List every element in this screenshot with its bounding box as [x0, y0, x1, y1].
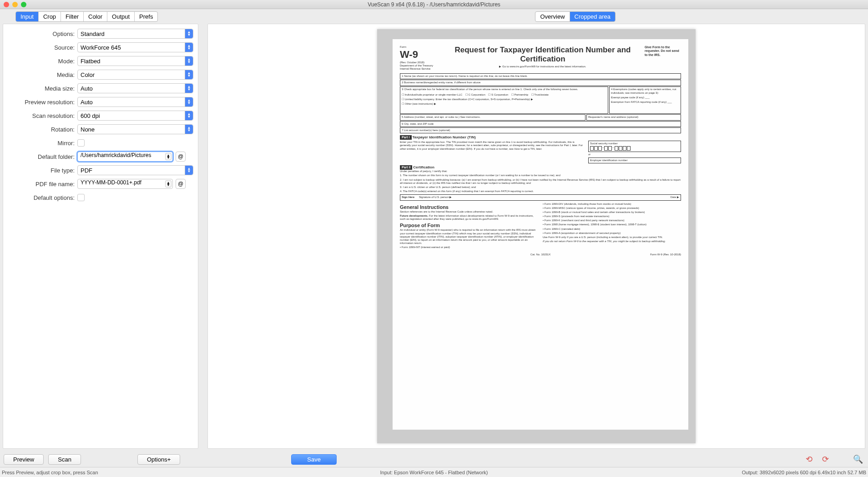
- default-options-label: Default options:: [8, 194, 75, 201]
- tab-crop[interactable]: Crop: [39, 12, 61, 21]
- rotate-left-icon[interactable]: ⟲: [802, 453, 815, 466]
- top-toolbar: Input Crop Filter Color Output Prefs Ove…: [0, 9, 868, 24]
- main-tabs: Input Crop Filter Color Output Prefs: [15, 11, 158, 22]
- chevron-updown-icon: ▲▼: [185, 84, 193, 93]
- status-center: Input: Epson WorkForce 645 - Flatbed (Ne…: [380, 470, 488, 475]
- bottom-toolbar: Preview Scan Options+ Save ⟲ ⟳ 🔍: [0, 452, 868, 467]
- status-right: Output: 3892x6020 pixels 600 dpi 6.49x10…: [742, 470, 866, 475]
- tab-overview[interactable]: Overview: [535, 12, 570, 21]
- preview-res-select[interactable]: Auto▲▼: [77, 97, 193, 107]
- options-select[interactable]: Standard▲▼: [77, 29, 193, 39]
- pdf-file-name-label: PDF file name:: [8, 181, 75, 188]
- pdf-file-name-input[interactable]: YYYY-MM-DD-0001+.pdf▲▼: [77, 179, 173, 189]
- scan-preview[interactable]: Form W-9 (Rev. October 2018) Department …: [377, 29, 696, 443]
- settings-panel: Options: Standard▲▼ Source: WorkForce 64…: [3, 24, 198, 449]
- chevron-updown-icon: ▲▼: [185, 29, 193, 38]
- tab-cropped-area[interactable]: Cropped area: [570, 12, 616, 21]
- chevron-updown-icon: ▲▼: [185, 56, 193, 66]
- media-label: Media:: [8, 71, 75, 78]
- mirror-checkbox[interactable]: [77, 139, 85, 147]
- options-label: Options:: [8, 30, 75, 37]
- media-size-label: Media size:: [8, 85, 75, 92]
- preview-tabs: Overview Cropped area: [535, 11, 616, 22]
- chevron-updown-icon: ▲▼: [185, 70, 193, 79]
- file-type-select[interactable]: PDF▲▼: [77, 165, 193, 175]
- tab-color[interactable]: Color: [84, 12, 107, 21]
- preview-res-label: Preview resolution:: [8, 99, 75, 106]
- media-size-select[interactable]: Auto▲▼: [77, 83, 193, 93]
- default-folder-at-button[interactable]: @: [176, 152, 186, 162]
- default-options-checkbox[interactable]: [77, 194, 85, 201]
- default-folder-label: Default folder:: [8, 153, 75, 160]
- mirror-label: Mirror:: [8, 140, 75, 147]
- chevron-updown-icon: ▲▼: [185, 97, 193, 107]
- tab-prefs[interactable]: Prefs: [135, 12, 157, 21]
- options-plus-button[interactable]: Options+: [137, 454, 180, 465]
- titlebar: VueScan 9 x64 (9.6.18) - /Users/hamrickd…: [0, 0, 868, 9]
- pdf-file-name-at-button[interactable]: @: [176, 179, 186, 189]
- window-controls: [4, 2, 26, 7]
- default-folder-input[interactable]: /Users/hamrickdavid/Pictures▲▼: [77, 152, 173, 162]
- scan-res-label: Scan resolution:: [8, 112, 75, 119]
- window-title: VueScan 9 x64 (9.6.18) - /Users/hamrickd…: [368, 1, 500, 8]
- chevron-updown-icon[interactable]: ▲▼: [165, 153, 172, 160]
- source-select[interactable]: WorkForce 645▲▼: [77, 42, 193, 52]
- media-select[interactable]: Color▲▼: [77, 70, 193, 80]
- tab-output[interactable]: Output: [107, 12, 135, 21]
- file-type-label: File type:: [8, 167, 75, 174]
- maximize-window-icon[interactable]: [21, 2, 26, 7]
- minimize-window-icon[interactable]: [12, 2, 18, 7]
- zoom-in-icon[interactable]: 🔍: [852, 453, 864, 466]
- mode-select[interactable]: Flatbed▲▼: [77, 56, 193, 66]
- chevron-updown-icon: ▲▼: [185, 43, 193, 52]
- source-label: Source:: [8, 44, 75, 51]
- status-left: Press Preview, adjust crop box, press Sc…: [2, 470, 98, 475]
- rotation-label: Rotation:: [8, 126, 75, 133]
- chevron-updown-icon: ▲▼: [185, 111, 193, 120]
- tab-input[interactable]: Input: [16, 12, 39, 21]
- close-window-icon[interactable]: [4, 2, 9, 7]
- scan-button[interactable]: Scan: [48, 454, 81, 465]
- scan-res-select[interactable]: 600 dpi▲▼: [77, 111, 193, 121]
- preview-panel: Form W-9 (Rev. October 2018) Department …: [207, 24, 865, 449]
- main-content: Options: Standard▲▼ Source: WorkForce 64…: [0, 24, 868, 452]
- status-bar: Press Preview, adjust crop box, press Sc…: [0, 467, 868, 477]
- mode-label: Mode:: [8, 58, 75, 65]
- chevron-updown-icon[interactable]: ▲▼: [165, 180, 172, 188]
- chevron-updown-icon: ▲▼: [185, 166, 193, 175]
- rotate-right-icon[interactable]: ⟳: [819, 453, 832, 466]
- preview-button[interactable]: Preview: [4, 454, 44, 465]
- save-button[interactable]: Save: [291, 454, 337, 465]
- tab-filter[interactable]: Filter: [61, 12, 84, 21]
- document-content: Form W-9 (Rev. October 2018) Department …: [393, 39, 688, 430]
- chevron-updown-icon: ▲▼: [185, 125, 193, 134]
- rotation-select[interactable]: None▲▼: [77, 124, 193, 134]
